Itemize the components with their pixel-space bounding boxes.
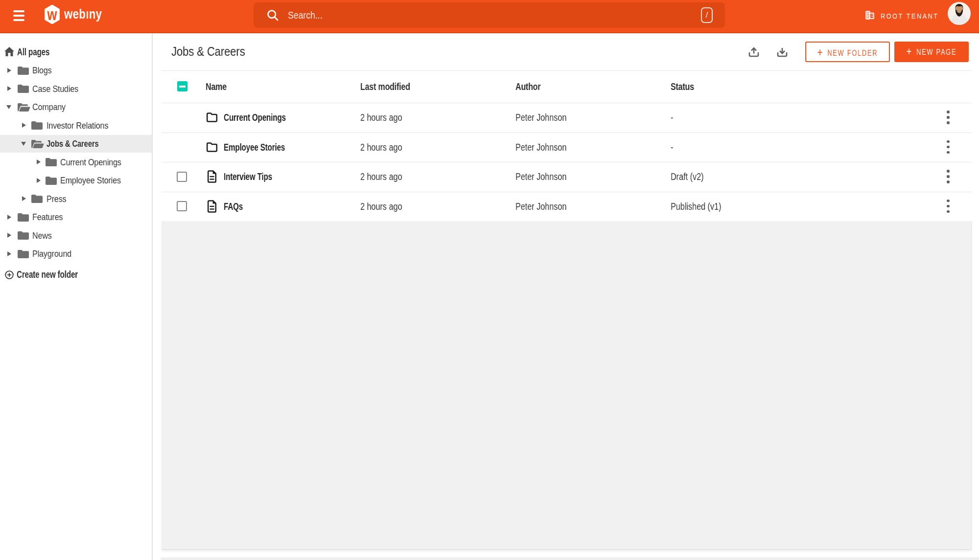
svg-text:w: w <box>47 5 58 23</box>
